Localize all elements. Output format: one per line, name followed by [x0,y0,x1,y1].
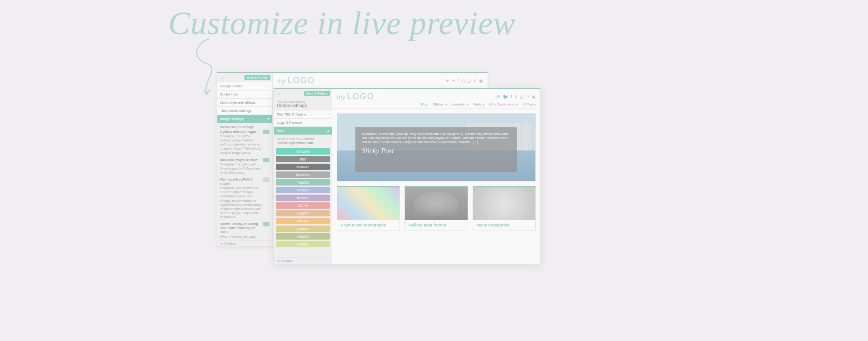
sidebar-item-titles-icons[interactable]: Titles icons settings› [217,107,272,115]
sidebar-item-links-style[interactable]: Links style and effects› [217,99,272,107]
swatch[interactable]: #c3d86c [276,241,330,247]
nav-blog[interactable]: Blog [421,102,429,106]
customizer-sidebar: ‹ Save & Publish Google Fonts› Social li… [217,73,273,246]
dribbble-icon[interactable]: ◉ [479,78,483,83]
save-publish-button[interactable]: Save & Publish [304,91,330,96]
site-logo: my LOGO [337,92,374,101]
social-icons: ❊ 🐦 f g ◻ p ◉ [496,94,536,99]
sidebar-item-site-title[interactable]: Site Title & Tagline› [274,110,332,119]
sidebar-item-logo-favicon[interactable]: Logo & Favicon› [274,119,332,127]
skin-swatches: #27CDA5 #000 #394143 #5A5A5A #6ab69e #87… [274,146,332,249]
swatch[interactable]: #e77f7f [276,202,330,209]
swatch[interactable]: #d4bb65 [276,226,330,232]
card-gallery-post[interactable]: Gallery post format [404,186,468,231]
hero-slider[interactable]: All children, except one, grow up. They … [337,113,536,181]
sidebar-item-google-fonts[interactable]: Google Fonts› [217,82,272,90]
dribbble-icon[interactable]: ◉ [532,94,536,99]
pinterest-icon[interactable]: p [474,78,476,83]
instagram-icon[interactable]: ◻ [520,94,524,99]
back-button[interactable]: ‹ [276,90,282,97]
sidebar-item-image-settings[interactable]: Image settings▾ [217,115,272,123]
swatch[interactable]: #a78bba [276,195,330,201]
nav-woocommerce[interactable]: WooCommerce▼ [489,102,518,106]
swatch[interactable]: #9db668 [276,233,330,240]
swatch[interactable]: #5A5A5A [276,171,330,178]
pinterest-icon[interactable]: p [526,94,529,99]
hero-heading: Customize in live preview [168,5,515,42]
social-icons: ✦ ✦ f g ◻ p ◉ [445,78,483,83]
facebook-icon[interactable]: f [511,94,512,99]
breadcrumb: You are customizing Global settings [274,98,332,110]
swatch[interactable]: #e18707 [276,210,330,216]
collapse-button[interactable]: Collapse [274,257,332,264]
customizer-sidebar-front: ‹ Save & Publish You are customizing Glo… [274,89,332,264]
toggle-sliders-loading[interactable] [263,222,269,226]
swatch[interactable]: #27CDA5 [276,148,330,155]
swatch[interactable]: #000 [276,156,330,162]
nav-layouts[interactable]: Layouts▼ [452,102,469,106]
hero-title: Sticky Post [362,147,511,155]
rss-icon[interactable]: ❊ [496,94,500,99]
rss-icon[interactable]: ✦ [445,78,449,83]
google-icon[interactable]: g [462,78,465,83]
sidebar-item-skin[interactable]: Skin▴ [274,127,332,135]
twitter-icon[interactable]: 🐦 [503,94,508,99]
google-icon[interactable]: g [515,94,518,99]
main-nav: Blog Sliders▼ Layouts▼ Gallery WooCommer… [332,102,540,109]
site-logo: my LOGO [277,76,315,85]
customizer-front-panel: ‹ Save & Publish You are customizing Glo… [274,88,541,264]
collapse-button[interactable]: Collapse [217,240,272,246]
nav-bbpress[interactable]: bbPress [523,102,536,106]
swatch[interactable]: #394143 [276,164,330,170]
toggle-lightbox[interactable] [263,130,269,134]
swatch[interactable]: #87a3d0 [276,187,330,193]
twitter-icon[interactable]: ✦ [452,78,455,83]
facebook-icon[interactable]: f [458,78,459,83]
instagram-icon[interactable]: ◻ [467,78,471,83]
card-layout-typography[interactable]: Layout and typography [337,186,400,231]
toggle-retina[interactable] [263,177,269,182]
swatch[interactable]: #f0ad4e [276,218,330,224]
preview-front: my LOGO ❊ 🐦 f g ◻ p ◉ Blog Sliders▼ Layo… [332,89,540,264]
card-many-categories[interactable]: Many Categories [473,186,536,231]
toggle-autoscale[interactable] [263,158,269,162]
back-button[interactable]: ‹ [219,75,225,81]
detail-heading: Various images settings [220,125,269,129]
swatch[interactable]: #6ab69e [276,179,330,186]
nav-gallery[interactable]: Gallery [473,102,484,106]
sidebar-item-social-links[interactable]: Social links› [217,90,272,99]
hero-text: All children, except one, grow up. They … [362,132,511,144]
nav-sliders[interactable]: Sliders▼ [433,102,448,106]
save-publish-button[interactable]: Save & Publish [244,75,270,80]
